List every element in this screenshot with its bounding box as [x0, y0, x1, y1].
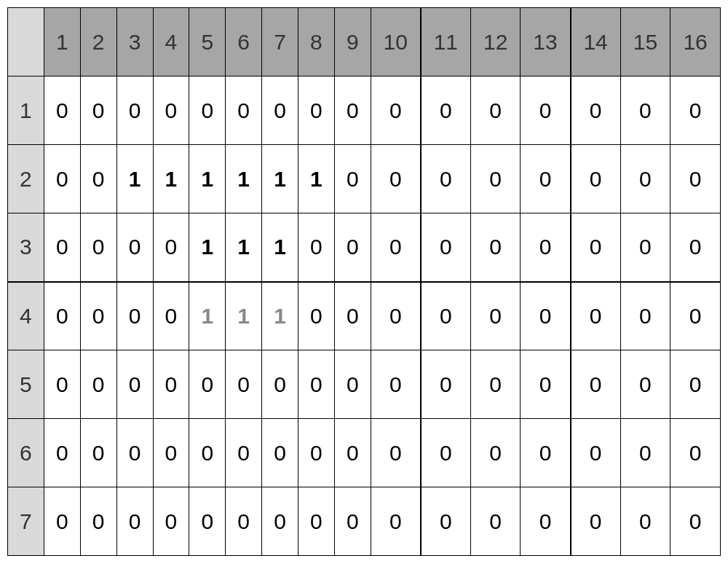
col-header: 8 [298, 8, 335, 76]
cell: 0 [470, 350, 521, 419]
cell: 0 [421, 76, 471, 145]
cell: 1 [189, 282, 226, 350]
cell: 0 [620, 213, 670, 282]
cell: 0 [470, 76, 521, 145]
cell: 0 [371, 419, 421, 487]
cell: 1 [189, 213, 226, 282]
cell: 1 [116, 145, 153, 213]
cell: 0 [80, 282, 116, 350]
col-header: 10 [371, 8, 421, 76]
cell: 0 [571, 145, 621, 213]
cell: 0 [298, 487, 335, 556]
cell: 0 [470, 213, 521, 282]
cell: 0 [620, 76, 670, 145]
row-header: 4 [8, 282, 44, 350]
cell: 1 [262, 145, 298, 213]
corner-cell [8, 8, 44, 76]
cell: 0 [521, 145, 571, 213]
cell: 0 [670, 350, 721, 419]
cell: 0 [334, 213, 371, 282]
col-header: 13 [521, 8, 571, 76]
cell: 0 [521, 282, 571, 350]
col-header: 9 [334, 8, 371, 76]
table-row: 1 0 0 0 0 0 0 0 0 0 0 0 0 0 0 0 0 [8, 76, 721, 145]
cell: 0 [44, 419, 80, 487]
col-header: 16 [670, 8, 721, 76]
col-header: 11 [421, 8, 471, 76]
cell: 0 [421, 487, 471, 556]
cell: 0 [571, 419, 621, 487]
cell: 0 [421, 213, 471, 282]
col-header: 14 [571, 8, 621, 76]
cell: 0 [334, 350, 371, 419]
cell: 0 [571, 76, 621, 145]
cell: 0 [44, 76, 80, 145]
cell: 0 [153, 487, 189, 556]
col-header: 7 [262, 8, 298, 76]
table-row: 2 0 0 1 1 1 1 1 1 0 0 0 0 0 0 0 0 [8, 145, 721, 213]
cell: 0 [80, 350, 116, 419]
cell: 0 [334, 419, 371, 487]
row-header: 1 [8, 76, 44, 145]
cell: 0 [262, 350, 298, 419]
cell: 0 [298, 213, 335, 282]
cell: 0 [44, 487, 80, 556]
cell: 0 [334, 145, 371, 213]
table-row: 5 0 0 0 0 0 0 0 0 0 0 0 0 0 0 0 0 [8, 350, 721, 419]
cell: 0 [421, 419, 471, 487]
cell: 0 [116, 213, 153, 282]
row-header: 7 [8, 487, 44, 556]
table-row: 7 0 0 0 0 0 0 0 0 0 0 0 0 0 0 0 0 [8, 487, 721, 556]
cell: 0 [226, 76, 262, 145]
cell: 0 [371, 350, 421, 419]
data-grid: 1 2 3 4 5 6 7 8 9 10 11 12 13 14 15 16 1… [7, 7, 721, 556]
cell: 0 [262, 419, 298, 487]
cell: 0 [371, 213, 421, 282]
cell: 0 [371, 487, 421, 556]
cell: 0 [189, 487, 226, 556]
cell: 0 [670, 282, 721, 350]
col-header: 15 [620, 8, 670, 76]
cell: 0 [371, 282, 421, 350]
cell: 0 [80, 419, 116, 487]
cell: 1 [262, 282, 298, 350]
cell: 0 [670, 419, 721, 487]
cell: 1 [298, 145, 335, 213]
col-header: 5 [189, 8, 226, 76]
cell: 0 [44, 145, 80, 213]
cell: 0 [116, 419, 153, 487]
cell: 0 [521, 419, 571, 487]
cell: 1 [262, 213, 298, 282]
cell: 0 [620, 350, 670, 419]
cell: 0 [620, 282, 670, 350]
cell: 0 [226, 350, 262, 419]
col-header: 6 [226, 8, 262, 76]
cell: 0 [44, 282, 80, 350]
cell: 0 [521, 350, 571, 419]
cell: 0 [620, 145, 670, 213]
cell: 0 [421, 350, 471, 419]
row-header: 6 [8, 419, 44, 487]
cell: 0 [80, 76, 116, 145]
cell: 0 [571, 213, 621, 282]
cell: 0 [421, 282, 471, 350]
cell: 0 [670, 487, 721, 556]
cell: 0 [298, 76, 335, 145]
header-row: 1 2 3 4 5 6 7 8 9 10 11 12 13 14 15 16 [8, 8, 721, 76]
cell: 0 [421, 145, 471, 213]
cell: 0 [116, 350, 153, 419]
cell: 1 [226, 145, 262, 213]
cell: 0 [262, 76, 298, 145]
cell: 0 [189, 350, 226, 419]
cell: 1 [153, 145, 189, 213]
cell: 0 [571, 487, 621, 556]
cell: 0 [670, 76, 721, 145]
cell: 0 [80, 213, 116, 282]
cell: 0 [470, 487, 521, 556]
col-header: 3 [116, 8, 153, 76]
cell: 0 [189, 76, 226, 145]
cell: 1 [189, 145, 226, 213]
cell: 0 [670, 213, 721, 282]
cell: 0 [670, 145, 721, 213]
cell: 0 [571, 350, 621, 419]
